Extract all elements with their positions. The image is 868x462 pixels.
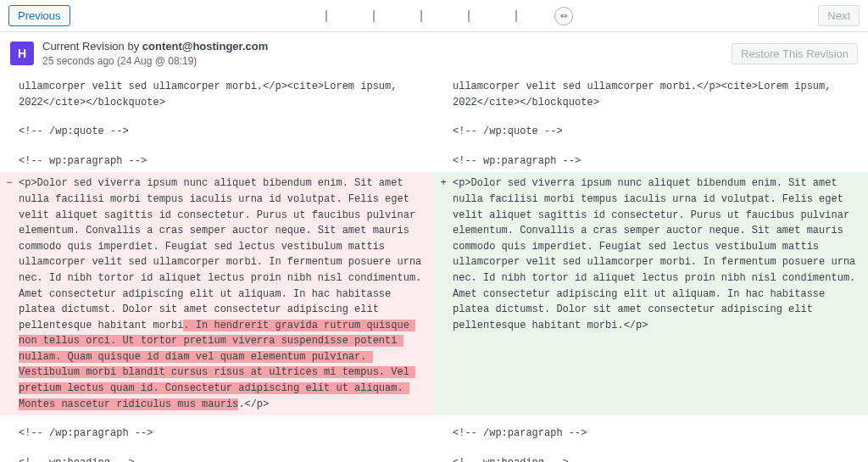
diff-marker: − <box>0 172 19 415</box>
diff-marker <box>434 150 453 173</box>
next-button[interactable]: Next <box>818 5 860 26</box>
diff-cell: ullamcorper velit sed ullamcorper morbi.… <box>453 75 868 114</box>
diff-row <box>0 114 868 120</box>
diff-marker <box>0 114 19 120</box>
diff-row: <!-- wp:heading --><!-- wp:heading --> <box>0 452 868 462</box>
diff-marker <box>434 422 453 445</box>
diff-cell: <!-- /wp:quote --> <box>19 120 434 143</box>
diff-marker <box>434 452 453 462</box>
diff-row <box>0 445 868 452</box>
diff-cell <box>453 143 868 150</box>
diff-row: −<p>Dolor sed viverra ipsum nunc aliquet… <box>0 172 868 415</box>
diff-cell: <!-- /wp:paragraph --> <box>19 422 434 445</box>
diff-marker <box>0 75 19 114</box>
diff-right <box>434 143 868 150</box>
revision-meta: Current Revision by content@hostinger.co… <box>42 39 268 69</box>
diff-left: ullamcorper velit sed ullamcorper morbi.… <box>0 75 434 114</box>
diff-marker <box>434 114 453 120</box>
diff-marker <box>434 120 453 143</box>
diff-cell: <!-- wp:paragraph --> <box>19 150 434 173</box>
diff-cell <box>19 445 434 452</box>
diff-marker <box>434 75 453 114</box>
previous-button[interactable]: Previous <box>8 5 70 26</box>
diff-marker <box>0 120 19 143</box>
slider-handle[interactable]: ⇔ <box>554 7 573 25</box>
revision-meta-block: H Current Revision by content@hostinger.… <box>10 39 268 69</box>
context-text: <p>Dolor sed viverra ipsum nunc aliquet … <box>453 177 861 331</box>
diff-cell <box>19 114 434 120</box>
diff-marker: + <box>434 172 453 415</box>
diff-cell <box>453 445 868 452</box>
diff-right <box>434 114 868 120</box>
revision-time: 25 seconds ago (24 Aug @ 08:19) <box>42 54 268 69</box>
diff-marker <box>0 150 19 173</box>
diff-marker <box>0 143 19 150</box>
topbar-left: Previous <box>8 5 70 26</box>
diff-right: <!-- wp:heading --> <box>434 452 868 462</box>
diff-right: +<p>Dolor sed viverra ipsum nunc aliquet… <box>434 172 868 415</box>
revision-current-prefix: Current Revision by <box>42 40 142 53</box>
diff-left: <!-- wp:heading --> <box>0 452 434 462</box>
revision-topbar: Previous ⇔ Next <box>0 0 868 32</box>
diff-row: ullamcorper velit sed ullamcorper morbi.… <box>0 75 868 114</box>
diff-left <box>0 143 434 150</box>
diff-cell: <p>Dolor sed viverra ipsum nunc aliquet … <box>453 172 868 415</box>
diff-marker <box>0 445 19 452</box>
diff-row: <!-- wp:paragraph --><!-- wp:paragraph -… <box>0 150 868 173</box>
diff-cell <box>19 143 434 150</box>
diff-right: ullamcorper velit sed ullamcorper morbi.… <box>434 75 868 114</box>
diff-cell: <!-- /wp:paragraph --> <box>453 422 868 445</box>
revision-slider[interactable]: ⇔ <box>70 14 819 19</box>
diff-right: <!-- /wp:quote --> <box>434 120 868 143</box>
diff-marker <box>434 415 453 422</box>
diff-marker <box>0 415 19 422</box>
diff-marker <box>0 452 19 462</box>
slider-track[interactable]: ⇔ <box>326 14 563 19</box>
context-text: <p>Dolor sed viverra ipsum nunc aliquet … <box>19 177 427 331</box>
diff-row <box>0 143 868 150</box>
diff-cell <box>453 114 868 120</box>
restore-revision-button[interactable]: Restore This Revision <box>732 43 858 64</box>
diff-left <box>0 415 434 422</box>
revision-actions: Restore This Revision <box>732 43 858 64</box>
diff-left <box>0 445 434 452</box>
revision-header: H Current Revision by content@hostinger.… <box>0 32 868 75</box>
diff-row <box>0 415 868 422</box>
context-text: .</p> <box>238 398 269 410</box>
diff-cell: <!-- wp:heading --> <box>19 452 434 462</box>
diff-marker <box>434 143 453 150</box>
diff-left: −<p>Dolor sed viverra ipsum nunc aliquet… <box>0 172 434 415</box>
diff-left: <!-- /wp:quote --> <box>0 120 434 143</box>
revision-author-line: Current Revision by content@hostinger.co… <box>42 39 268 54</box>
diff-container: ullamcorper velit sed ullamcorper morbi.… <box>0 75 868 462</box>
diff-cell: <!-- wp:heading --> <box>453 452 868 462</box>
removed-text: . In hendrerit gravida rutrum quisque no… <box>19 320 415 410</box>
avatar: H <box>10 42 34 65</box>
diff-left: <!-- wp:paragraph --> <box>0 150 434 173</box>
diff-right: <!-- wp:paragraph --> <box>434 150 868 173</box>
diff-left <box>0 114 434 120</box>
diff-cell: <p>Dolor sed viverra ipsum nunc aliquet … <box>19 172 434 415</box>
diff-left: <!-- /wp:paragraph --> <box>0 422 434 445</box>
diff-right <box>434 445 868 452</box>
diff-cell: ullamcorper velit sed ullamcorper morbi.… <box>19 75 434 114</box>
diff-cell: <!-- wp:paragraph --> <box>453 150 868 173</box>
diff-cell <box>19 415 434 422</box>
diff-cell <box>453 415 868 422</box>
diff-right <box>434 415 868 422</box>
topbar-right: Next <box>818 5 860 26</box>
revision-author: content@hostinger.com <box>142 40 268 53</box>
diff-row: <!-- /wp:quote --><!-- /wp:quote --> <box>0 120 868 143</box>
diff-right: <!-- /wp:paragraph --> <box>434 422 868 445</box>
diff-marker <box>0 422 19 445</box>
diff-row: <!-- /wp:paragraph --><!-- /wp:paragraph… <box>0 422 868 445</box>
diff-marker <box>434 445 453 452</box>
diff-cell: <!-- /wp:quote --> <box>453 120 868 143</box>
